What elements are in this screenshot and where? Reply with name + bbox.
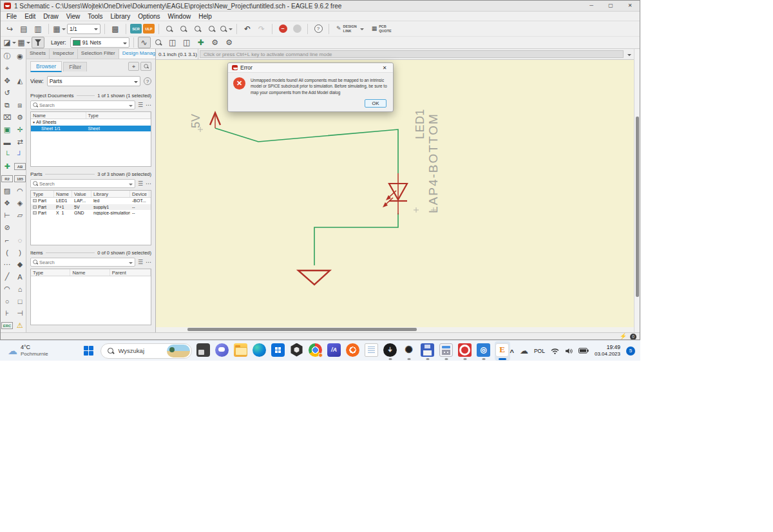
command-line-field[interactable]: Click or press Ctrl+L key to activate co… — [200, 50, 624, 58]
more-options-button[interactable]: ⋯ — [146, 260, 151, 265]
part-row-led1[interactable]: Part LED1 LAP... led -BOT... G$1 — [31, 198, 151, 204]
taskbar-app-chrome[interactable] — [308, 341, 323, 361]
ulp-button[interactable]: ULP — [143, 24, 155, 33]
net-wire-vcc[interactable] — [215, 128, 398, 173]
mark-icon[interactable]: ⌖ — [1, 63, 13, 74]
tag-icon[interactable]: ◈ — [14, 198, 26, 209]
battery-icon[interactable] — [578, 348, 589, 354]
onedrive-icon[interactable]: ☁ — [520, 347, 528, 355]
subtab-browser[interactable]: Browser — [30, 61, 62, 72]
open-button[interactable]: ↪ — [3, 23, 16, 35]
via-icon[interactable]: ◆ — [14, 259, 26, 270]
script-button[interactable]: SCR — [130, 24, 142, 33]
layer-selector[interactable]: 91 Nets — [70, 37, 129, 48]
pcb-quote-button[interactable]: ▦ PCB QUOTE — [368, 23, 395, 35]
command-history-dropdown[interactable] — [625, 49, 634, 59]
column-device[interactable]: Device — [130, 191, 149, 197]
current-probe-button[interactable]: ◫ — [180, 37, 193, 48]
menu-window[interactable]: Window — [164, 13, 195, 20]
menu-help[interactable]: Help — [195, 13, 216, 20]
arc-icon[interactable]: ◠ — [1, 283, 13, 294]
show-icon[interactable]: ◉ — [14, 51, 26, 62]
column-name[interactable]: Name — [70, 269, 110, 276]
save-button[interactable]: ▤ — [17, 23, 30, 35]
notification-badge[interactable]: 5 — [626, 347, 635, 356]
menu-draw[interactable]: Draw — [39, 13, 62, 20]
probe-search-button[interactable] — [152, 37, 165, 48]
items-search[interactable] — [30, 258, 135, 267]
more-options-button[interactable]: ⋯ — [146, 102, 151, 108]
rect-icon[interactable]: □ — [14, 296, 26, 307]
copy-icon[interactable]: ⧉ — [1, 100, 13, 111]
add-trace-button[interactable]: ✚ — [195, 37, 207, 48]
horizontal-scrollbar-thumb[interactable] — [187, 328, 417, 331]
column-library[interactable]: Library — [91, 191, 130, 197]
erc-icon[interactable]: ERC — [1, 322, 13, 329]
simulate-button[interactable]: ∿ — [138, 37, 151, 48]
tab-sheets[interactable]: Sheets — [26, 49, 50, 59]
sim-settings-button[interactable]: ⚙ — [209, 37, 222, 48]
status-info-icon[interactable]: 0 — [630, 334, 636, 340]
taskbar-app-blue-app[interactable]: ◎ — [476, 341, 491, 361]
parts-search[interactable] — [30, 179, 135, 188]
grid-toggle-button[interactable]: ▦ — [17, 37, 30, 48]
sim-edit-button[interactable]: ⚙ — [223, 37, 236, 48]
led-symbol[interactable]: LED1 LAP4-BOTTOM — [383, 109, 440, 214]
close-button[interactable]: ✕ — [620, 1, 640, 12]
miter-icon[interactable]: ◠ — [14, 185, 26, 196]
supply-5v-symbol[interactable]: 5V — [189, 113, 220, 132]
taskbar-app-notepad[interactable] — [364, 341, 379, 361]
help-button[interactable]: ? — [312, 23, 325, 35]
redo-button[interactable]: ↷ — [255, 23, 268, 35]
view-selector[interactable]: Parts — [47, 76, 140, 86]
column-name[interactable]: Name — [54, 191, 72, 197]
selection-filter-button[interactable] — [32, 37, 44, 48]
column-name[interactable]: Name — [31, 112, 86, 119]
length-icon[interactable]: ⋯ — [1, 259, 13, 270]
taskbar-app-red-app[interactable] — [457, 341, 473, 361]
list-view-button[interactable]: ☰ — [138, 260, 143, 265]
help-circle-icon[interactable]: ? — [144, 77, 151, 85]
list-view-button[interactable]: ☰ — [138, 102, 143, 108]
tree-caret-icon[interactable]: ▾ — [33, 120, 35, 124]
horizontal-scrollbar[interactable] — [156, 327, 634, 332]
voltage-probe-button[interactable]: ◫ — [166, 37, 179, 48]
project-documents-search-input[interactable] — [39, 102, 128, 108]
zoom-out-button[interactable] — [191, 23, 204, 35]
add-part-icon[interactable]: ▣ — [1, 124, 13, 135]
polygon-tool-icon[interactable]: ⌂ — [14, 283, 26, 294]
taskbar-app-desktop[interactable] — [196, 341, 211, 361]
taskbar-app-brave[interactable] — [345, 341, 361, 361]
net-wire-gnd[interactable] — [314, 213, 398, 265]
run-simulation-button[interactable] — [291, 23, 303, 35]
wifi-icon[interactable] — [551, 348, 559, 354]
net-icon[interactable]: └ — [1, 149, 13, 160]
parts-search-input[interactable] — [39, 181, 128, 187]
panel-search-button[interactable] — [140, 62, 151, 71]
value-icon[interactable]: 185 — [14, 175, 26, 182]
display-layers-button[interactable]: ◪ — [3, 37, 16, 48]
taskbar-app-floppy[interactable] — [420, 341, 435, 361]
undo-button[interactable]: ↶ — [241, 23, 254, 35]
smash-icon[interactable]: ▨ — [1, 185, 13, 196]
volume-icon[interactable] — [565, 348, 573, 354]
pinswap-icon[interactable]: ✛ — [14, 124, 26, 135]
ratsnest-icon[interactable]: ❖ — [1, 198, 13, 209]
taskbar-app-affinity[interactable]: /A — [327, 341, 342, 361]
list-view-button[interactable]: ☰ — [138, 181, 143, 187]
load-design-button[interactable]: ▩ — [109, 23, 122, 35]
circle-icon[interactable]: ○ — [1, 296, 13, 307]
taskbar-app-calculator[interactable] — [439, 341, 454, 361]
tab-inspector[interactable]: Inspector — [50, 49, 78, 59]
minimize-button[interactable]: ─ — [582, 1, 601, 12]
info-icon[interactable]: ⓘ — [1, 51, 13, 62]
taskbar-app-plug[interactable]: ⏚ — [383, 341, 398, 361]
column-value[interactable]: Value — [72, 191, 91, 197]
taskbar-app-edge[interactable] — [252, 341, 267, 361]
taskbar-app-eagle[interactable]: E — [495, 341, 510, 361]
replace-icon[interactable]: ▬ — [1, 137, 13, 147]
move-icon[interactable]: ✥ — [1, 75, 13, 86]
change-icon[interactable]: ⚙ — [14, 112, 26, 123]
taskbar-app-spider[interactable]: ✺ — [401, 341, 417, 361]
project-documents-search[interactable] — [30, 100, 135, 109]
